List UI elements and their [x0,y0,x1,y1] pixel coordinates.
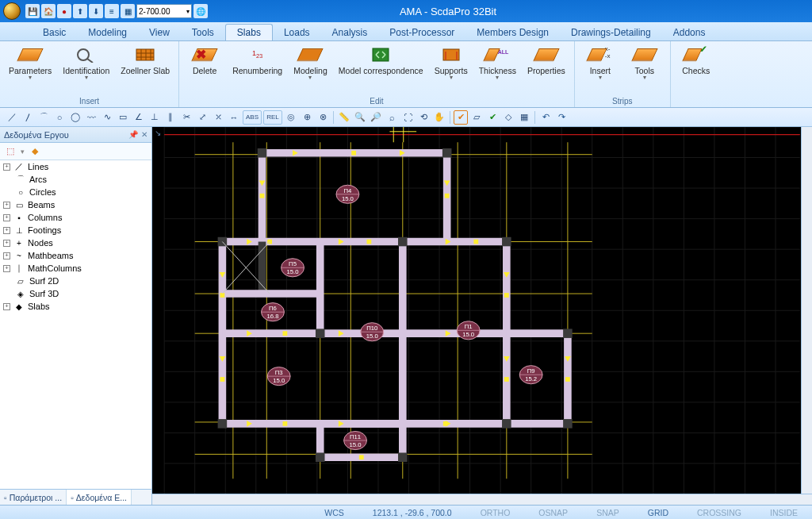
trim-icon[interactable]: ✂ [179,110,193,125]
qat-save-icon[interactable]: 💾 [25,4,40,18]
extend-icon[interactable]: ⤢ [195,110,209,125]
qat-up-icon[interactable]: ⬆ [73,4,87,18]
tab-loads[interactable]: Loads [273,25,321,40]
expand-icon[interactable]: + [3,214,10,221]
status-osnap[interactable]: OSNAP [524,508,582,517]
level-combo[interactable]: 2-700.00 ▾ [136,4,192,18]
tree-item-beams[interactable]: +▭Beams [0,198,151,211]
status-ortho[interactable]: ORTHO [466,508,525,517]
zoom-prev-icon[interactable]: ⟲ [416,110,431,125]
thickness-button[interactable]: ALL Thickness ▾ [475,43,520,83]
expand-icon[interactable]: + [3,163,10,171]
break-icon[interactable]: ⤫ [211,110,225,125]
zoom-in-icon[interactable]: 🔍 [353,110,367,125]
zoom-window-icon[interactable]: ⌕ [385,110,399,125]
horizontal-scrollbar[interactable] [152,494,812,505]
tab-post-processor[interactable]: Post-Processor [378,25,465,40]
strip-insert-button[interactable]: x--x Insert ▾ [580,43,621,83]
tree-item-surf-2d[interactable]: ▱Surf 2D [0,275,151,287]
angle-icon[interactable]: ∠ [132,110,146,125]
app-orb-button[interactable] [3,2,21,20]
arc-icon[interactable]: ⌒ [36,110,51,125]
tree-item-circles[interactable]: ○Circles [0,186,151,198]
zoellner-slab-button[interactable]: Zoellner Slab [117,43,174,83]
zoom-out-icon[interactable]: 🔎 [369,110,383,125]
tab-slabs[interactable]: Slabs [225,24,273,40]
check1-icon[interactable]: ✔ [454,110,468,125]
check4-icon[interactable]: ◇ [501,110,515,125]
model-correspondence-button[interactable]: Model correspondence [335,43,427,83]
perp-icon[interactable]: ⊥ [147,110,162,125]
identification-button[interactable]: Identification ▾ [59,43,113,83]
modeling-button[interactable]: Modeling ▾ [289,43,331,83]
rect-icon[interactable]: ▭ [116,110,130,125]
measure-icon[interactable]: 📏 [337,110,351,125]
tree-item-surf-3d[interactable]: ◈Surf 3D [0,287,151,300]
expand-icon[interactable]: + [3,240,10,247]
filter-icon[interactable]: ◆ [28,144,42,159]
line-icon[interactable]: ／ [5,110,19,125]
panel-tab[interactable]: ▫Παράμετροι ... [0,490,67,505]
tree-mode-icon[interactable]: ⬚ [3,144,17,159]
tab-view[interactable]: View [138,25,181,40]
panel-tab[interactable]: ▫Δεδομένα Ε... [67,490,132,505]
supports-button[interactable]: Supports ▾ [431,43,472,83]
parameters-button[interactable]: Parameters ▾ [5,43,56,83]
tree-item-arcs[interactable]: ⌒Arcs [0,173,151,186]
palette-icon[interactable]: ▦ [517,110,531,125]
qat-down-icon[interactable]: ⬇ [89,4,103,18]
strip-tools-button[interactable]: Tools ▾ [624,43,665,83]
check2-icon[interactable]: ▱ [469,110,484,125]
expand-icon[interactable]: + [3,227,10,234]
qat-grid-icon[interactable]: ▦ [121,4,135,18]
tree-item-slabs[interactable]: +◆Slabs [0,300,151,313]
tab-basic[interactable]: Basic [32,25,77,40]
qat-levels-icon[interactable]: ≡ [105,4,119,18]
expand-icon[interactable]: + [3,252,10,260]
tab-modeling[interactable]: Modeling [77,25,138,40]
canvas-corner-icon[interactable]: ↘ [152,127,163,138]
expand-icon[interactable]: + [3,303,10,310]
status-crossing[interactable]: CROSSING [683,508,756,517]
close-icon[interactable]: ✕ [141,130,147,139]
renumbering-button[interactable]: 123 Renumbering [228,43,286,83]
circle-icon[interactable]: ○ [52,110,67,125]
curve2-icon[interactable]: ∿ [100,110,114,125]
properties-button[interactable]: Properties [523,43,569,83]
tab-addons[interactable]: Addons [662,25,717,40]
status-snap[interactable]: SNAP [582,508,634,517]
vertical-scrollbar[interactable] [801,127,812,494]
status-grid[interactable]: GRID [634,508,683,517]
tree-item-footings[interactable]: +⊥Footings [0,224,151,236]
parallel-icon[interactable]: ∥ [163,110,178,125]
status-wcs[interactable]: WCS [310,508,358,517]
target2-icon[interactable]: ⊕ [300,110,314,125]
tab-drawings-detailing[interactable]: Drawings-Detailing [560,25,662,40]
tab-members-design[interactable]: Members Design [465,25,560,40]
zoom-extents-icon[interactable]: ⛶ [400,110,415,125]
project-tree[interactable]: +／Lines⌒Arcs○Circles+▭Beams+▪Columns+⊥Fo… [0,160,151,489]
tree-item-lines[interactable]: +／Lines [0,160,151,173]
tab-tools[interactable]: Tools [181,25,225,40]
tree-item-mathbeams[interactable]: +~Mathbeams [0,249,151,262]
tree-item-nodes[interactable]: ++Nodes [0,236,151,249]
ellipse-icon[interactable]: ◯ [68,110,82,125]
tree-item-mathcolumns[interactable]: +｜MathColumns [0,262,151,275]
rel-button[interactable]: REL [263,110,282,125]
qat-dot-icon[interactable]: ● [57,4,71,18]
delete-button[interactable]: ✖ Delete [184,43,225,83]
target1-icon[interactable]: ◎ [284,110,298,125]
dim-icon[interactable]: ↔ [227,110,241,125]
undo-icon[interactable]: ↶ [538,110,553,125]
redo-icon[interactable]: ↷ [554,110,569,125]
checks-button[interactable]: ✔ Checks [676,43,717,78]
drawing-canvas[interactable]: Π415.0Π515.0Π616.8Π1015.0Π115.0Π315.0Π91… [152,127,812,505]
qat-house-icon[interactable]: 🏠 [41,4,56,18]
pin-icon[interactable]: 📌 [128,130,138,139]
expand-icon[interactable]: + [3,265,10,272]
expand-icon[interactable]: + [3,202,10,209]
abs-button[interactable]: ABS [243,110,262,125]
curve1-icon[interactable]: 〰 [84,110,98,125]
polyline-icon[interactable]: 〳 [21,110,35,125]
tree-item-columns[interactable]: +▪Columns [0,211,151,224]
